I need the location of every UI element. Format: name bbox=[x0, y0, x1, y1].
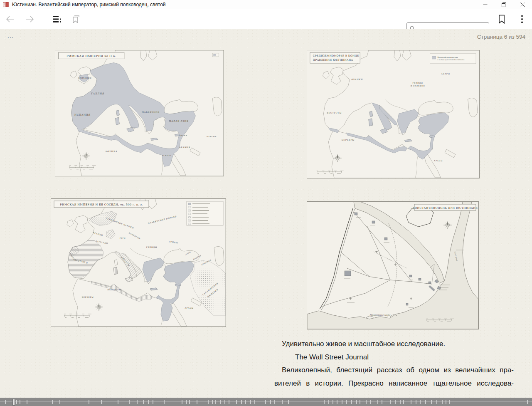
app-book-icon bbox=[3, 2, 9, 7]
map-label: АРАБЫ bbox=[185, 307, 193, 309]
map-label: БЕРБЕРЫ bbox=[342, 139, 355, 141]
chapter-tick bbox=[189, 400, 190, 404]
chapter-tick bbox=[182, 400, 182, 404]
chapter-tick bbox=[27, 400, 27, 404]
restore-button[interactable] bbox=[495, 0, 513, 9]
chapter-tick bbox=[197, 400, 197, 404]
chapter-tick bbox=[208, 400, 209, 404]
map-label: БЕРБЕРЫ bbox=[82, 296, 94, 298]
back-button[interactable] bbox=[2, 12, 17, 27]
map-label: ЕГИПЕТ bbox=[162, 154, 171, 156]
chapter-tick bbox=[143, 400, 144, 404]
chapter-tick bbox=[236, 400, 237, 404]
quote-line: Удивительно живое и масштабное исследова… bbox=[274, 337, 514, 351]
bookmark-icon bbox=[498, 15, 505, 24]
chapter-tick bbox=[403, 400, 404, 404]
bookmarks-list-button[interactable] bbox=[69, 12, 84, 27]
minimize-button[interactable] bbox=[476, 0, 495, 9]
compass-rose bbox=[443, 221, 452, 229]
chapter-tick bbox=[212, 400, 213, 404]
window-titlebar: Юстиниан. Византийский император, римски… bbox=[0, 0, 532, 9]
window-title: Юстиниан. Византийский император, римски… bbox=[12, 2, 166, 7]
map-label: И СЛАВЯНЕ bbox=[411, 85, 425, 87]
progress-handle[interactable] bbox=[12, 399, 15, 406]
arrow-left-icon bbox=[5, 15, 15, 24]
bookmark-button[interactable] bbox=[494, 12, 509, 27]
map-legend-line2: в конце правления Юстиниана bbox=[437, 59, 465, 61]
chapter-tick bbox=[346, 400, 347, 404]
quote-line: Великолепный, блестящий рассказ об одном… bbox=[274, 364, 514, 377]
map-label: АРАВИЯ bbox=[179, 146, 190, 149]
book-text: Удивительно живое и масштабное исследова… bbox=[274, 337, 514, 390]
chapter-tick bbox=[148, 400, 149, 404]
map-label: АВАРЫ bbox=[441, 73, 450, 75]
chapter-tick bbox=[446, 400, 446, 404]
arrow-right-icon bbox=[25, 15, 34, 24]
chapter-tick bbox=[118, 400, 118, 404]
map-label-marmara: Мраморное море bbox=[369, 314, 391, 317]
chapter-tick bbox=[342, 400, 342, 404]
toc-button[interactable] bbox=[50, 12, 65, 27]
ellipsis-vertical-icon bbox=[521, 15, 523, 24]
toolbar bbox=[0, 9, 532, 29]
chapter-tick bbox=[254, 400, 255, 404]
close-button[interactable] bbox=[513, 0, 532, 9]
chapter-tick bbox=[351, 400, 352, 404]
page-indicator: Страница 6 из 594 bbox=[477, 34, 525, 40]
chapter-tick bbox=[241, 400, 242, 404]
bookmarks-stack-icon bbox=[71, 14, 81, 24]
chapter-tick bbox=[5, 400, 6, 404]
map-label: ГАЛЛИЯ bbox=[91, 92, 104, 95]
chapter-tick bbox=[370, 400, 371, 404]
chapter-tick bbox=[382, 400, 382, 404]
chapter-tick bbox=[436, 400, 437, 404]
chapter-tick bbox=[449, 400, 450, 404]
chapter-tick bbox=[153, 400, 153, 404]
chapter-tick bbox=[366, 400, 367, 404]
map-constantinople: КОНСТАНТИНОПОЛЬ ПРИ ЮСТИНИАНЕ Мраморное … bbox=[307, 201, 479, 329]
chapter-tick bbox=[20, 400, 20, 404]
reading-progress-bar[interactable] bbox=[0, 398, 532, 406]
map-legend-line1: Византийская империя bbox=[437, 56, 458, 58]
map-label: МАКЕДОНИЯ bbox=[142, 111, 160, 113]
chapter-tick bbox=[356, 400, 357, 404]
map-label: МАЛАЯ АЗИЯ bbox=[169, 120, 189, 122]
chapter-tick bbox=[220, 400, 221, 404]
chapter-tick bbox=[395, 400, 396, 404]
map-label: РУГИ bbox=[120, 237, 126, 239]
window-controls bbox=[476, 0, 532, 9]
aqueduct bbox=[374, 252, 407, 268]
chapter-tick bbox=[137, 400, 138, 404]
chapter-tick bbox=[288, 400, 289, 404]
chapter-tick bbox=[229, 400, 229, 404]
page-more-indicator: ... bbox=[7, 32, 14, 39]
chapter-tick bbox=[425, 400, 426, 404]
chapter-tick bbox=[332, 400, 333, 404]
progress-track bbox=[0, 401, 532, 402]
forward-button[interactable] bbox=[22, 12, 37, 27]
map-title-line2: ПРАВЛЕНИЯ ЮСТИНИАНА bbox=[313, 58, 353, 61]
chapter-tick bbox=[377, 400, 378, 404]
map-label: АРАБЫ bbox=[434, 160, 443, 162]
more-button[interactable] bbox=[515, 12, 530, 27]
chapter-tick bbox=[265, 400, 266, 404]
chapter-tick bbox=[400, 400, 401, 404]
chapter-tick bbox=[274, 400, 275, 404]
quote-line: вителей в истории. Прекрасно написанное … bbox=[274, 377, 514, 390]
chapter-tick bbox=[270, 400, 271, 404]
church-cross-markers bbox=[349, 251, 412, 300]
map-empire-neighbours-500: РИМСКАЯ ИМПЕРИЯ И ЕЕ СОСЕДИ, ок. 500 г. … bbox=[51, 198, 226, 327]
chapter-tick bbox=[324, 400, 325, 404]
map-label: ИСПАНИЯ bbox=[74, 114, 91, 116]
map-label: СИРИЯ bbox=[179, 134, 187, 136]
table-of-contents-icon bbox=[53, 15, 62, 23]
chapter-tick bbox=[442, 400, 443, 404]
chapter-tick bbox=[416, 400, 416, 404]
chapter-tick bbox=[186, 400, 187, 404]
chapter-tick bbox=[89, 400, 89, 404]
chapter-tick bbox=[245, 400, 246, 404]
chapter-tick bbox=[420, 400, 421, 404]
constantine-wall bbox=[388, 223, 397, 307]
chapter-tick bbox=[527, 400, 528, 404]
map-title: РИМСКАЯ ИМПЕРИЯ во II в. bbox=[66, 54, 116, 58]
